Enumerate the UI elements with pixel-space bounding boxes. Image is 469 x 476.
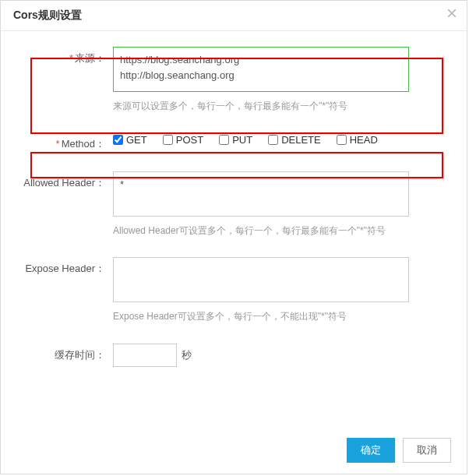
method-head[interactable]: HEAD	[337, 134, 378, 146]
dialog-footer: 确定 取消	[347, 438, 451, 463]
cors-dialog: Cors规则设置 × *来源： 来源可以设置多个，每行一个，每行最多能有一个"*…	[0, 0, 467, 474]
method-put[interactable]: PUT	[219, 134, 252, 146]
origin-field: 来源可以设置多个，每行一个，每行最多能有一个"*"符号	[113, 47, 448, 126]
dialog-header: Cors规则设置 ×	[1, 1, 467, 31]
cache-unit: 秒	[182, 348, 192, 362]
origin-hint: 来源可以设置多个，每行一个，每行最多能有一个"*"符号	[113, 99, 409, 114]
method-get-checkbox[interactable]	[113, 135, 123, 145]
method-field: GET POST PUT DELETE HEAD	[113, 132, 448, 147]
expose-header-input[interactable]	[113, 257, 409, 302]
expose-header-row: Expose Header： Expose Header可设置多个，每行一个，不…	[19, 257, 448, 337]
required-mark: *	[56, 138, 60, 150]
method-label: *Method：	[19, 132, 113, 151]
origin-label: *来源：	[19, 47, 113, 65]
allowed-header-hint: Allowed Header可设置多个，每行一个，每行最多能有一个"*"符号	[113, 224, 409, 238]
cache-input[interactable]	[113, 344, 177, 367]
allowed-header-input[interactable]	[113, 171, 409, 217]
cache-field: 秒	[113, 344, 448, 367]
expose-header-label: Expose Header：	[19, 257, 113, 276]
method-post-label: POST	[176, 134, 203, 146]
method-put-checkbox[interactable]	[219, 135, 229, 145]
method-get[interactable]: GET	[113, 134, 147, 146]
origin-row: *来源： 来源可以设置多个，每行一个，每行最多能有一个"*"符号	[19, 47, 448, 126]
allowed-header-label: Allowed Header：	[19, 171, 113, 190]
allowed-header-field: Allowed Header可设置多个，每行一个，每行最多能有一个"*"符号	[113, 171, 448, 251]
cache-label: 缓存时间：	[19, 348, 113, 362]
method-row: *Method： GET POST PUT DELETE	[19, 132, 448, 151]
method-put-label: PUT	[232, 134, 252, 146]
method-delete-label: DELETE	[281, 134, 321, 146]
method-delete[interactable]: DELETE	[268, 134, 321, 146]
ok-button[interactable]: 确定	[347, 438, 395, 463]
cache-row: 缓存时间： 秒	[19, 344, 448, 367]
close-icon[interactable]: ×	[446, 4, 457, 23]
allowed-header-row: Allowed Header： Allowed Header可设置多个，每行一个…	[19, 171, 448, 251]
method-post[interactable]: POST	[163, 134, 203, 146]
method-get-label: GET	[126, 134, 147, 146]
expose-header-field: Expose Header可设置多个，每行一个，不能出现"*"符号	[113, 257, 448, 337]
method-delete-checkbox[interactable]	[268, 135, 278, 145]
method-head-label: HEAD	[350, 134, 378, 146]
expose-header-hint: Expose Header可设置多个，每行一个，不能出现"*"符号	[113, 309, 409, 324]
dialog-body: *来源： 来源可以设置多个，每行一个，每行最多能有一个"*"符号 *Method…	[1, 31, 467, 381]
method-post-checkbox[interactable]	[163, 135, 173, 145]
cancel-button[interactable]: 取消	[403, 438, 451, 463]
method-head-checkbox[interactable]	[337, 135, 347, 145]
origin-input[interactable]	[113, 47, 409, 92]
dialog-title: Cors规则设置	[13, 9, 82, 21]
required-mark: *	[69, 52, 73, 64]
